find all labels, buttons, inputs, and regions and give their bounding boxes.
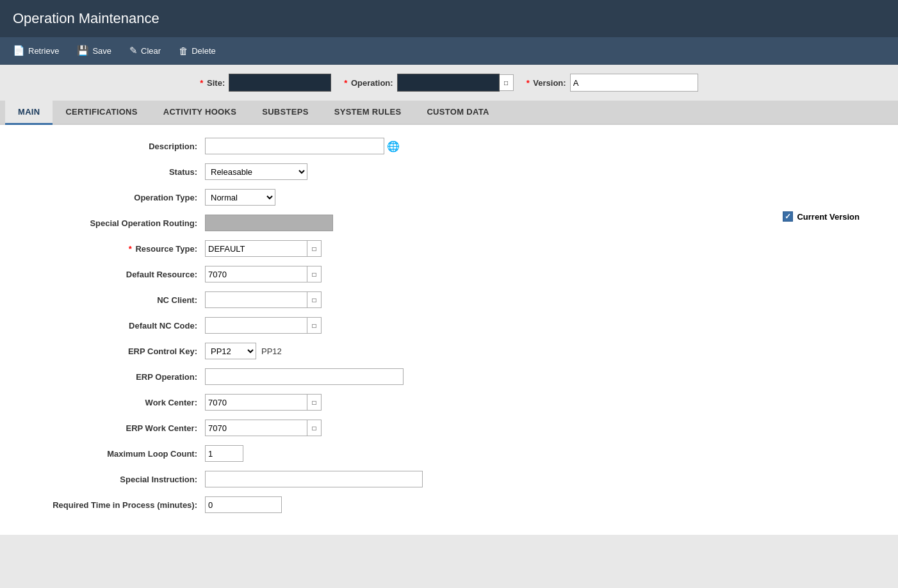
erp-control-key-select[interactable]: PP12 PP01 PP10 [205,343,256,359]
tab-main[interactable]: MAIN [5,101,53,125]
tab-substeps[interactable]: SUBSTEPS [249,101,321,125]
resource-type-field: □ [205,240,322,257]
page-title: Operation Maintenance [13,10,159,26]
default-resource-input[interactable] [205,266,307,282]
default-nc-code-browse-button[interactable]: □ [307,317,322,334]
default-resource-row: Default Resource: □ [26,266,872,282]
status-row: Status: Releasable Hold Frozen [26,163,872,180]
tab-certifications[interactable]: CERTIFICATIONS [53,101,150,125]
resource-type-row: * Resource Type: □ [26,240,872,257]
main-content: ✓ Current Version Description: 🌐 Status:… [0,125,898,535]
status-label: Status: [26,167,205,177]
description-row: Description: 🌐 [26,138,872,154]
site-field-group: * Site: [200,74,331,92]
retrieve-button[interactable]: 📄 Retrieve [10,44,61,58]
site-input[interactable] [229,74,331,92]
save-icon: 💾 [77,45,89,56]
operation-browse-button[interactable]: □ [500,74,514,91]
clear-icon: ✎ [129,45,138,56]
required-time-row: Required Time in Process (minutes): [26,496,872,513]
version-input[interactable] [570,74,698,92]
nc-client-row: NC Client: □ [26,291,872,308]
erp-control-key-text: PP12 [261,347,282,356]
erp-work-center-field: □ [205,420,322,436]
work-center-label: Work Center: [26,398,205,407]
default-nc-code-input[interactable] [205,317,307,334]
special-routing-input[interactable] [205,215,333,231]
tabs-bar: MAIN CERTIFICATIONS ACTIVITY HOOKS SUBST… [0,101,898,125]
nc-client-browse-button[interactable]: □ [307,291,322,308]
tab-activity-hooks[interactable]: ACTIVITY HOOKS [151,101,249,125]
erp-work-center-row: ERP Work Center: □ [26,420,872,436]
current-version-label: Current Version [797,212,860,222]
erp-operation-row: ERP Operation: [26,368,872,385]
work-center-field: □ [205,394,322,411]
erp-control-key-row: ERP Control Key: PP12 PP01 PP10 PP12 [26,343,872,359]
max-loop-count-row: Maximum Loop Count: [26,445,872,462]
delete-button[interactable]: 🗑 Delete [176,44,218,58]
max-loop-count-input[interactable] [205,445,243,462]
erp-operation-input[interactable] [205,368,404,385]
max-loop-count-label: Maximum Loop Count: [26,449,205,459]
delete-icon: 🗑 [179,45,188,56]
page-header: Operation Maintenance [0,0,898,37]
resource-type-browse-button[interactable]: □ [307,240,322,257]
resource-type-label: * Resource Type: [26,244,205,254]
special-instruction-input[interactable] [205,471,423,487]
operation-field-group: * Operation: □ [344,74,513,92]
tab-system-rules[interactable]: SYSTEM RULES [322,101,414,125]
operation-type-label: Operation Type: [26,193,205,202]
operation-type-row: Operation Type: Normal Rework SPC [26,189,872,206]
description-globe-button[interactable]: 🌐 [387,140,400,152]
version-field-group: * Version: [527,74,698,92]
erp-work-center-browse-button[interactable]: □ [307,420,322,436]
nc-client-field: □ [205,291,322,308]
toolbar: 📄 Retrieve 💾 Save ✎ Clear 🗑 Delete [0,37,898,65]
special-routing-label: Special Operation Routing: [26,218,205,228]
work-center-browse-button[interactable]: □ [307,394,322,411]
work-center-input[interactable] [205,394,307,411]
current-version-area: ✓ Current Version [783,211,860,222]
retrieve-icon: 📄 [13,45,25,56]
special-instruction-label: Special Instruction: [26,475,205,484]
current-version-checkbox[interactable]: ✓ [783,211,793,222]
default-nc-code-label: Default NC Code: [26,321,205,331]
default-resource-label: Default Resource: [26,270,205,279]
operation-input[interactable] [397,74,500,92]
required-time-label: Required Time in Process (minutes): [26,500,205,510]
top-fields-area: * Site: * Operation: □ * Version: [0,65,898,101]
description-label: Description: [26,142,205,151]
operation-label: * Operation: [344,78,393,88]
default-resource-browse-button[interactable]: □ [307,266,322,282]
version-label: * Version: [527,78,566,88]
erp-work-center-input[interactable] [205,420,307,436]
work-center-row: Work Center: □ [26,394,872,411]
nc-client-input[interactable] [205,291,307,308]
erp-work-center-label: ERP Work Center: [26,423,205,433]
status-select[interactable]: Releasable Hold Frozen [205,163,307,180]
operation-type-select[interactable]: Normal Rework SPC [205,189,275,206]
default-nc-code-row: Default NC Code: □ [26,317,872,334]
erp-control-key-label: ERP Control Key: [26,347,205,356]
nc-client-label: NC Client: [26,295,205,305]
erp-operation-label: ERP Operation: [26,372,205,382]
site-label: * Site: [200,78,225,88]
special-routing-row: Special Operation Routing: [26,215,872,231]
default-nc-code-field: □ [205,317,322,334]
operation-field-with-browse: □ [397,74,514,92]
default-resource-field: □ [205,266,322,282]
required-time-input[interactable] [205,496,282,513]
description-input[interactable] [205,138,384,154]
tab-custom-data[interactable]: CUSTOM DATA [414,101,502,125]
resource-type-input[interactable] [205,240,307,257]
erp-control-key-field: PP12 PP01 PP10 PP12 [205,343,282,359]
clear-button[interactable]: ✎ Clear [127,44,163,58]
special-instruction-row: Special Instruction: [26,471,872,487]
save-button[interactable]: 💾 Save [74,44,114,58]
